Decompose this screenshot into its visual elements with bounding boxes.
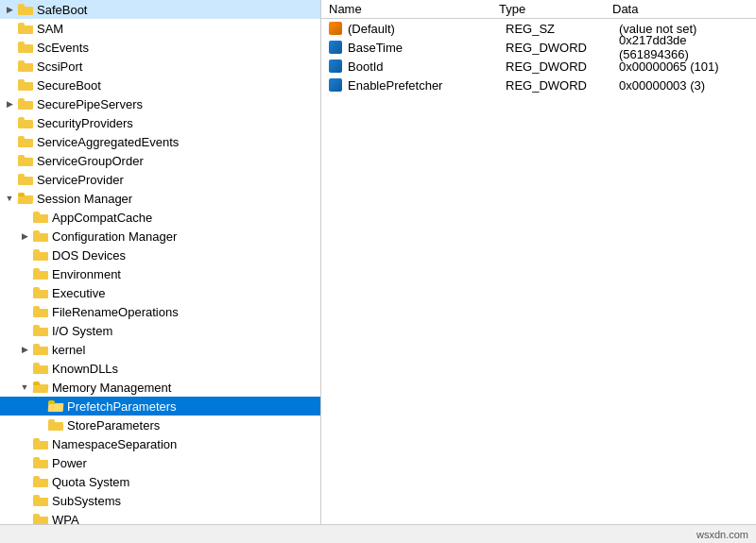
expander-safeboot[interactable]: ▶ (2, 5, 17, 14)
folder-icon-kernel (32, 343, 49, 356)
folder-icon-subsystems (32, 494, 49, 507)
tree-item-serviceaggregatedevents[interactable]: ServiceAggregatedEvents (0, 132, 320, 151)
folder-icon-environment (32, 267, 49, 280)
folder-icon-sessionmanager (17, 192, 34, 205)
tree-item-secureboot[interactable]: SecureBoot (0, 76, 320, 94)
tree-label-securepipeservers: SecurePipeServers (37, 97, 317, 111)
tree-item-appcompatcache[interactable]: AppCompatCache (0, 208, 320, 227)
expander-sessionmanager[interactable]: ▼ (2, 194, 17, 203)
folder-icon-knowndlls (32, 362, 49, 375)
tree-item-scevents[interactable]: ScEvents (0, 38, 320, 57)
column-header-type: Type (491, 0, 605, 18)
registry-row-basetime[interactable]: BaseTimeREG_DWORD0x217dd3de (561894366) (321, 38, 756, 57)
folder-icon-configmanager (32, 229, 49, 243)
expander-securepipeservers[interactable]: ▶ (2, 99, 17, 109)
tree-item-iosystem[interactable]: I/O System (0, 321, 320, 340)
tree-item-configmanager[interactable]: ▶Configuration Manager (0, 227, 320, 246)
tree-item-safeboot[interactable]: ▶SafeBoot (0, 0, 320, 19)
reg-icon-basetime (325, 41, 346, 54)
reg-data-enableprefetcher: 0x00000003 (3) (615, 78, 756, 93)
registry-row-bootid[interactable]: BootIdREG_DWORD0x00000065 (101) (321, 57, 756, 76)
tree-item-quotasystem[interactable]: Quota System (0, 472, 320, 491)
tree-item-namespacesep[interactable]: NamespaceSeparation (0, 434, 320, 453)
tree-label-wpa: WPA (52, 513, 317, 525)
reg-icon-enableprefetcher (325, 78, 346, 92)
tree-label-filerenameops: FileRenameOperations (52, 305, 317, 319)
tree-item-subsystems[interactable]: SubSystems (0, 491, 320, 510)
folder-icon-executive (32, 286, 49, 299)
registry-row-enableprefetcher[interactable]: EnablePrefetcherREG_DWORD0x00000003 (3) (321, 76, 756, 94)
tree-label-executive: Executive (52, 286, 317, 300)
tree-label-namespacesep: NamespaceSeparation (52, 437, 317, 451)
folder-icon-appcompatcache (32, 211, 49, 224)
reg-type-bootid: REG_DWORD (502, 59, 615, 74)
folder-icon-securityproviders (17, 116, 34, 129)
tree-item-sessionmanager[interactable]: ▼Session Manager (0, 189, 320, 208)
tree-item-filerenameops[interactable]: FileRenameOperations (0, 302, 320, 321)
tree-label-serviceaggregatedevents: ServiceAggregatedEvents (37, 135, 317, 149)
tree-item-servicegrouporder[interactable]: ServiceGroupOrder (0, 151, 320, 170)
folder-icon-scsiport (17, 59, 34, 73)
folder-icon-iosystem (32, 324, 49, 337)
expander-memorymanagement[interactable]: ▼ (17, 382, 32, 392)
folder-icon-servicegrouporder (17, 154, 34, 167)
folder-icon-scevents (17, 41, 34, 54)
reg-data-bootid: 0x00000065 (101) (615, 59, 756, 74)
tree-label-sam: SAM (37, 22, 317, 36)
tree-label-safeboot: SafeBoot (37, 3, 317, 17)
tree-item-memorymanagement[interactable]: ▼Memory Management (0, 378, 320, 397)
tree-item-storeparams[interactable]: StoreParameters (0, 416, 320, 434)
tree-item-executive[interactable]: Executive (0, 283, 320, 302)
tree-label-memorymanagement: Memory Management (52, 381, 317, 395)
registry-values-content[interactable]: (Default)REG_SZ(value not set)BaseTimeRE… (321, 19, 756, 524)
tree-label-scsiport: ScsiPort (37, 59, 317, 74)
tree-label-quotasystem: Quota System (52, 475, 317, 489)
expander-kernel[interactable]: ▶ (17, 345, 32, 354)
tree-item-dosdevices[interactable]: DOS Devices (0, 246, 320, 264)
column-header-name: Name (321, 0, 491, 18)
folder-icon-storeparams (47, 418, 64, 432)
registry-values-panel: Name Type Data (Default)REG_SZ(value not… (321, 0, 756, 524)
tree-label-environment: Environment (52, 267, 317, 281)
expander-configmanager[interactable]: ▶ (17, 231, 32, 241)
tree-item-serviceprovider[interactable]: ServiceProvider (0, 170, 320, 189)
tree-item-securityproviders[interactable]: SecurityProviders (0, 113, 320, 132)
tree-item-knowndlls[interactable]: KnownDLLs (0, 359, 320, 378)
tree-item-securepipeservers[interactable]: ▶SecurePipeServers (0, 94, 320, 113)
tree-item-sam[interactable]: SAM (0, 19, 320, 38)
reg-name-basetime: BaseTime (346, 41, 502, 55)
tree-label-sessionmanager: Session Manager (37, 192, 317, 206)
folder-icon-safeboot (17, 3, 34, 16)
main-container: ▶SafeBootSAMScEventsScsiPortSecureBoot▶S… (0, 0, 756, 524)
bottom-bar-label: wsxdn.com (696, 529, 748, 540)
tree-item-scsiport[interactable]: ScsiPort (0, 57, 320, 76)
tree-label-scevents: ScEvents (37, 41, 317, 55)
folder-icon-sam (17, 22, 34, 35)
tree-item-wpa[interactable]: WPA (0, 510, 320, 524)
reg-icon-default (325, 22, 346, 35)
tree-label-subsystems: SubSystems (52, 494, 317, 508)
tree-item-prefetchparams[interactable]: PrefetchParameters (0, 397, 320, 416)
tree-label-kernel: kernel (52, 343, 317, 357)
reg-type-default: REG_SZ (502, 22, 615, 36)
tree-item-environment[interactable]: Environment (0, 264, 320, 283)
tree-label-power: Power (52, 456, 317, 470)
folder-icon-prefetchparams (47, 399, 64, 413)
folder-icon-power (32, 456, 49, 469)
reg-name-enableprefetcher: EnablePrefetcher (346, 78, 502, 93)
tree-label-secureboot: SecureBoot (37, 78, 317, 93)
folder-icon-namespacesep (32, 437, 49, 450)
registry-tree-panel[interactable]: ▶SafeBootSAMScEventsScsiPortSecureBoot▶S… (0, 0, 321, 524)
tree-label-appcompatcache: AppCompatCache (52, 211, 317, 225)
tree-item-kernel[interactable]: ▶kernel (0, 340, 320, 359)
folder-icon-serviceaggregatedevents (17, 135, 34, 148)
folder-icon-dosdevices (32, 248, 49, 262)
tree-label-dosdevices: DOS Devices (52, 248, 317, 263)
tree-item-power[interactable]: Power (0, 453, 320, 472)
registry-values-header: Name Type Data (321, 0, 756, 19)
reg-type-basetime: REG_DWORD (502, 41, 615, 55)
reg-type-enableprefetcher: REG_DWORD (502, 78, 615, 93)
folder-icon-wpa (32, 513, 49, 524)
tree-label-knowndlls: KnownDLLs (52, 362, 317, 376)
folder-icon-serviceprovider (17, 173, 34, 186)
